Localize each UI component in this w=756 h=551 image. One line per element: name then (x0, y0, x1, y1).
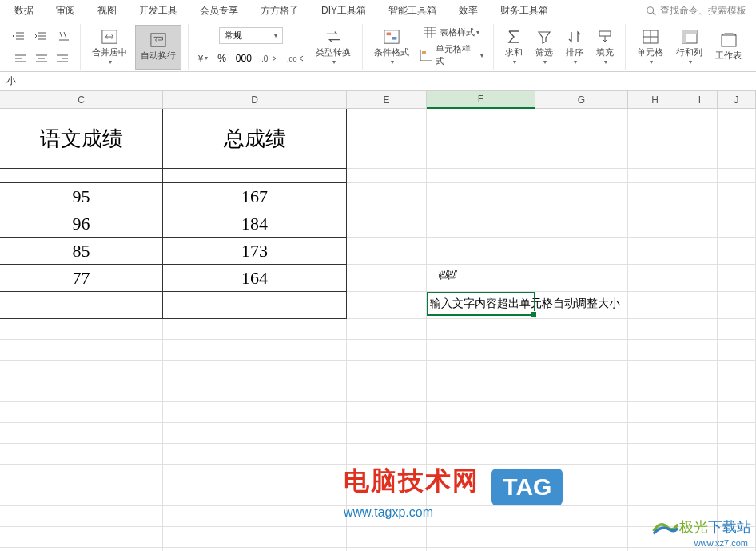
cell[interactable] (347, 183, 427, 210)
cell[interactable] (682, 361, 718, 381)
cell[interactable] (427, 381, 535, 402)
cell[interactable] (427, 169, 535, 183)
cell[interactable] (535, 238, 628, 265)
cell[interactable] (718, 319, 756, 340)
col-header-f[interactable]: F (427, 91, 535, 109)
cell[interactable] (347, 527, 427, 548)
cell[interactable] (163, 506, 347, 527)
cell[interactable] (535, 210, 628, 238)
cell[interactable] (682, 238, 718, 265)
cell[interactable] (535, 265, 628, 292)
cell[interactable] (718, 423, 756, 444)
cell[interactable] (682, 210, 718, 238)
cell[interactable] (535, 548, 628, 551)
cell[interactable] (535, 183, 628, 210)
table-cell[interactable]: 167 (163, 183, 347, 210)
cell[interactable] (628, 402, 682, 423)
table-cell[interactable]: 95 (0, 183, 163, 210)
cell[interactable] (628, 183, 682, 210)
type-convert-button[interactable]: 类型转换▾ (311, 25, 356, 70)
table-cell[interactable]: 85 (0, 238, 163, 265)
cell[interactable] (0, 506, 163, 527)
menu-review[interactable]: 审阅 (45, 0, 86, 22)
cell[interactable] (163, 423, 347, 444)
cell[interactable] (535, 423, 628, 444)
cell[interactable] (682, 381, 718, 402)
cell[interactable] (0, 527, 163, 548)
cell[interactable] (718, 402, 756, 423)
cell[interactable] (535, 319, 628, 340)
cell[interactable] (163, 381, 347, 402)
cells-button[interactable]: 单元格▾ (632, 25, 668, 70)
align-center-button[interactable] (33, 52, 50, 65)
cell[interactable] (535, 169, 628, 183)
currency-button[interactable]: ¥▾ (195, 52, 211, 65)
cell[interactable] (0, 169, 163, 183)
align-left-button[interactable] (12, 52, 30, 65)
cell[interactable] (347, 238, 427, 265)
cell[interactable] (628, 548, 682, 551)
rowcol-button[interactable]: 行和列▾ (671, 25, 707, 70)
cell[interactable] (628, 340, 682, 361)
table-cell[interactable]: 184 (163, 210, 347, 238)
menu-diy[interactable]: DIY工具箱 (310, 0, 377, 22)
menu-data[interactable]: 数据 (3, 0, 45, 22)
search-box[interactable]: 查找命令、搜索模板 (639, 4, 753, 18)
cell[interactable] (718, 485, 756, 506)
table-cell[interactable]: 96 (0, 210, 163, 238)
cell[interactable] (163, 361, 347, 381)
cell[interactable] (163, 485, 347, 506)
col-header-d[interactable]: D (163, 91, 347, 109)
cell[interactable] (628, 292, 682, 319)
fill-button[interactable]: 填充▾ (591, 25, 619, 70)
cell[interactable] (347, 210, 427, 238)
cell[interactable] (163, 402, 347, 423)
indent-button[interactable] (32, 29, 51, 43)
cell[interactable] (535, 381, 628, 402)
menu-smart[interactable]: 智能工具箱 (377, 0, 448, 22)
cell[interactable] (347, 381, 427, 402)
cell[interactable] (535, 109, 628, 169)
merge-center-button[interactable]: 合并居中▾ (87, 25, 132, 70)
cell[interactable] (427, 340, 535, 361)
menu-view[interactable]: 视图 (86, 0, 128, 22)
cell[interactable] (682, 444, 718, 465)
cell[interactable] (0, 548, 163, 551)
table-header-c[interactable]: 语文成绩 (0, 109, 163, 169)
cell[interactable] (163, 319, 347, 340)
cell[interactable] (0, 444, 163, 465)
cell[interactable] (347, 319, 427, 340)
cell[interactable] (718, 381, 756, 402)
cell[interactable] (682, 340, 718, 361)
col-header-g[interactable]: G (535, 91, 628, 109)
cell[interactable] (682, 465, 718, 485)
cell[interactable] (628, 465, 682, 485)
menu-fangfang[interactable]: 方方格子 (249, 0, 310, 22)
cell[interactable] (682, 548, 718, 551)
cell[interactable] (718, 238, 756, 265)
menu-member[interactable]: 会员专享 (189, 0, 249, 22)
cell[interactable] (347, 423, 427, 444)
cell[interactable] (347, 361, 427, 381)
cell[interactable] (427, 527, 535, 548)
col-header-h[interactable]: H (628, 91, 682, 109)
cell[interactable] (628, 444, 682, 465)
sort-button[interactable]: 排序▾ (561, 25, 588, 70)
increase-decimal-button[interactable]: .00 (284, 51, 308, 66)
cell[interactable] (628, 485, 682, 506)
cell[interactable] (718, 183, 756, 210)
cell[interactable] (718, 109, 756, 169)
active-cell-text[interactable]: 输入文字内容超出单元格自动调整大小 (430, 297, 620, 311)
col-header-c[interactable]: C (0, 91, 163, 109)
conditional-format-button[interactable]: 条件格式▾ (369, 25, 414, 70)
cell[interactable] (0, 485, 163, 506)
cell[interactable] (535, 527, 628, 548)
cell[interactable] (535, 402, 628, 423)
cell[interactable] (718, 292, 756, 319)
cell[interactable] (347, 548, 427, 551)
cell[interactable] (718, 548, 756, 551)
cell[interactable] (718, 361, 756, 381)
cell[interactable] (628, 319, 682, 340)
outdent-button[interactable] (10, 29, 29, 43)
cell[interactable] (427, 319, 535, 340)
